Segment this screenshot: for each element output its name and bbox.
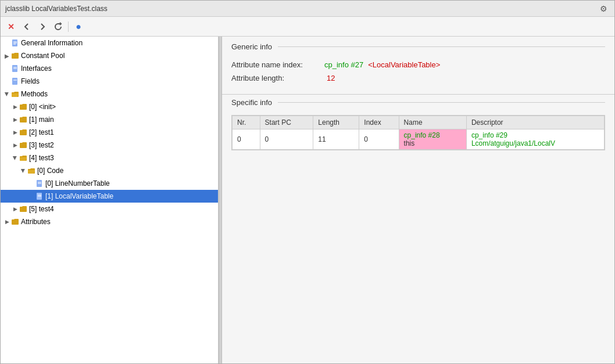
settings-button[interactable]: ⚙ bbox=[597, 2, 610, 15]
cell-length: 11 bbox=[313, 129, 359, 150]
tree-item-label: [1] main bbox=[29, 116, 54, 124]
col-header-descriptor: Descriptor bbox=[466, 116, 604, 129]
col-header-name: Name bbox=[399, 116, 466, 129]
folder-icon bbox=[19, 103, 27, 110]
doc-icon bbox=[11, 77, 19, 85]
tree-item-general-info[interactable]: General Information bbox=[1, 37, 218, 49]
folder-icon bbox=[19, 142, 27, 149]
info-area: Attribute name index: cp_info #27 <Local… bbox=[222, 53, 614, 94]
tree-arrow: ▶ bbox=[11, 104, 19, 110]
tree-item-method-test4[interactable]: ▶ [5] test4 bbox=[1, 203, 218, 215]
window-title: jclasslib LocalVariablesTest.class bbox=[5, 5, 108, 13]
section-divider-2 bbox=[278, 102, 605, 103]
tree-panel: General Information ▶ Constant Pool Inte… bbox=[1, 37, 219, 363]
cell-name-value: cp_info #28 bbox=[404, 131, 462, 139]
tree-item-label: Fields bbox=[21, 77, 40, 85]
data-table: Nr. Start PC Length Index Name Descripto… bbox=[232, 116, 605, 150]
folder-icon bbox=[11, 52, 19, 59]
specific-info-header: Specific info bbox=[231, 98, 272, 107]
attr-name-row: Attribute name index: cp_info #27 <Local… bbox=[231, 60, 605, 69]
tree-arrow: ▶ bbox=[11, 117, 19, 122]
doc-icon bbox=[11, 64, 19, 73]
tree-item-label: [0] LineNumberTable bbox=[45, 179, 110, 188]
section-divider bbox=[278, 46, 605, 47]
tree-arrow: ▶ bbox=[3, 219, 11, 225]
generic-info-header: Generic info bbox=[231, 42, 272, 51]
col-header-length: Length bbox=[313, 116, 359, 129]
tree-item-label: Interfaces bbox=[21, 64, 52, 73]
tree-item-attributes[interactable]: ▶ Attributes bbox=[1, 215, 218, 228]
col-header-index: Index bbox=[359, 116, 399, 129]
folder-open-icon bbox=[19, 154, 27, 161]
title-bar: jclasslib LocalVariablesTest.class ⚙ bbox=[1, 1, 614, 17]
tree-item-method-test3[interactable]: ▶ [4] test3 bbox=[1, 152, 218, 164]
tree-item-constant-pool[interactable]: ▶ Constant Pool bbox=[1, 49, 218, 62]
svg-rect-7 bbox=[12, 78, 17, 85]
cell-desc-value: cp_info #29 bbox=[471, 131, 599, 139]
tree-item-label: [5] test4 bbox=[29, 205, 54, 213]
tree-item-fields[interactable]: Fields bbox=[1, 75, 218, 88]
cell-name[interactable]: cp_info #28 this bbox=[399, 129, 466, 150]
tree-arrow: ▶ bbox=[12, 154, 18, 162]
tree-item-method-main[interactable]: ▶ [1] main bbox=[1, 113, 218, 126]
table-row: 0 0 11 0 cp_info #28 this cp_info #29 bbox=[233, 129, 605, 150]
tree-item-label: [0] <init> bbox=[29, 103, 56, 111]
tree-item-interfaces[interactable]: Interfaces bbox=[1, 62, 218, 75]
info-button[interactable]: ● bbox=[71, 20, 85, 34]
tree-arrow: ▶ bbox=[11, 206, 19, 212]
tree-item-label: [1] LocalVariableTable bbox=[45, 192, 113, 200]
cell-desc-sub: Lcom/atguigu/java1/LocalV bbox=[471, 139, 599, 147]
tree-arrow: ▶ bbox=[20, 167, 26, 175]
tree-item-label: [3] test2 bbox=[29, 141, 54, 149]
tree-item-label: [4] test3 bbox=[29, 154, 54, 162]
tree-item-line-number-table[interactable]: [0] LineNumberTable bbox=[1, 177, 218, 190]
col-header-startpc: Start PC bbox=[260, 116, 313, 129]
folder-icon bbox=[19, 116, 27, 123]
doc-icon bbox=[11, 39, 19, 47]
tree-arrow: ▶ bbox=[11, 129, 19, 135]
doc-icon bbox=[35, 179, 44, 188]
main-window: jclasslib LocalVariablesTest.class ⚙ ✕ ● bbox=[0, 0, 615, 364]
back-button[interactable] bbox=[20, 20, 34, 34]
tree-item-methods[interactable]: ▶ Methods bbox=[1, 88, 218, 100]
attr-length-label: Attribute length: bbox=[231, 74, 324, 82]
folder-open-icon bbox=[27, 167, 35, 174]
attr-length-value: 12 bbox=[327, 74, 335, 82]
folder-open-icon bbox=[11, 91, 19, 98]
toolbar-separator bbox=[68, 21, 69, 32]
cell-nr: 0 bbox=[233, 129, 260, 150]
tree-item-label: Attributes bbox=[21, 218, 51, 226]
refresh-button[interactable] bbox=[51, 20, 65, 34]
tree-item-label: [0] Code bbox=[37, 167, 63, 175]
tree-item-label: [2] test1 bbox=[29, 128, 54, 136]
folder-icon bbox=[19, 206, 27, 212]
attr-name-label: Attribute name index: bbox=[231, 60, 324, 69]
tree-item-label: General Information bbox=[21, 39, 83, 47]
tree-item-method-init[interactable]: ▶ [0] <init> bbox=[1, 100, 218, 113]
data-table-container: Nr. Start PC Length Index Name Descripto… bbox=[231, 113, 605, 150]
cell-name-sub: this bbox=[404, 139, 462, 147]
toolbar: ✕ ● bbox=[1, 17, 614, 37]
tree-item-method-test1[interactable]: ▶ [2] test1 bbox=[1, 126, 218, 139]
cell-descriptor[interactable]: cp_info #29 Lcom/atguigu/java1/LocalV bbox=[466, 129, 604, 150]
cell-index: 0 bbox=[359, 129, 399, 150]
main-area: General Information ▶ Constant Pool Inte… bbox=[1, 37, 614, 363]
tree-item-label: Methods bbox=[21, 90, 48, 98]
cell-startpc: 0 bbox=[260, 129, 313, 150]
content-panel: Generic info Attribute name index: cp_in… bbox=[222, 37, 614, 363]
tree-arrow: ▶ bbox=[4, 90, 10, 98]
close-button[interactable]: ✕ bbox=[4, 20, 18, 34]
col-header-nr: Nr. bbox=[233, 116, 260, 129]
table-area: Nr. Start PC Length Index Name Descripto… bbox=[231, 115, 605, 150]
tree-arrow: ▶ bbox=[3, 53, 11, 59]
tree-item-local-variable-table[interactable]: [1] LocalVariableTable bbox=[1, 190, 218, 203]
attr-name-value[interactable]: cp_info #27 bbox=[324, 60, 363, 69]
forward-button[interactable] bbox=[35, 20, 49, 34]
tree-item-method-test2[interactable]: ▶ [3] test2 bbox=[1, 139, 218, 152]
folder-icon bbox=[19, 129, 27, 136]
tree-arrow: ▶ bbox=[11, 142, 19, 148]
attr-length-row: Attribute length: 12 bbox=[231, 74, 605, 82]
attr-name-extra: <LocalVariableTable> bbox=[368, 60, 440, 69]
doc-icon bbox=[35, 192, 44, 200]
tree-item-code[interactable]: ▶ [0] Code bbox=[1, 164, 218, 177]
